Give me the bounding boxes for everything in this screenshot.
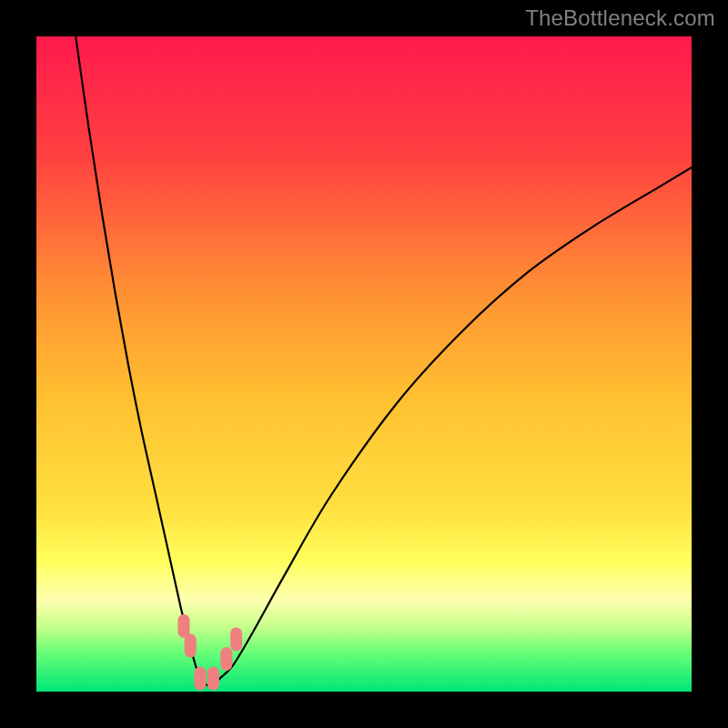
right-lower-marker	[220, 647, 232, 671]
bottom-left-marker	[195, 667, 207, 691]
gradient-background	[36, 36, 692, 692]
chart-canvas	[36, 36, 692, 692]
right-upper-marker	[230, 627, 242, 651]
left-upper-marker	[178, 614, 190, 638]
chart-frame: TheBottleneck.com	[0, 0, 728, 728]
watermark-text: TheBottleneck.com	[525, 5, 715, 31]
left-lower-marker	[185, 634, 197, 658]
bottom-right-marker	[207, 667, 219, 691]
plot-area	[36, 36, 692, 692]
